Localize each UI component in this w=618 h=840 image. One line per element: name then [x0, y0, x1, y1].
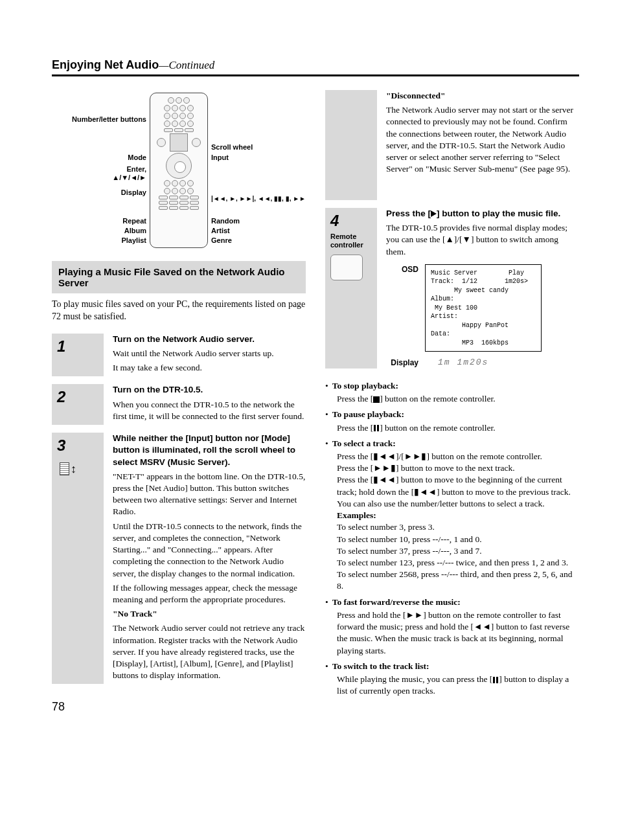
stop-playback-body: Press the [] button on the remote contro…: [325, 393, 579, 405]
prev-track-icon: ▮◄◄: [414, 487, 437, 497]
step-4-sub: Remote controller: [330, 233, 372, 249]
label-mode: Mode: [128, 153, 146, 161]
play-icon: [431, 210, 437, 217]
header-title: Enjoying Net Audio: [52, 58, 159, 71]
next-track-icon: ►►▮: [404, 451, 427, 461]
osd-label: OSD: [386, 264, 418, 275]
step-4: 4 Remote controller Press the [] button …: [325, 204, 579, 372]
pause-icon: [492, 677, 499, 683]
section-title: Playing a Music File Saved on the Networ…: [52, 261, 306, 293]
switch-track-list: • To switch to the track list:: [325, 661, 579, 672]
step-3-body: While neither the [Input] button nor [Mo…: [113, 433, 306, 684]
label-display: Display: [121, 188, 146, 196]
step-3-cont-cell: [325, 90, 377, 200]
select-track-body: Press the [▮◄◄]/[►►▮] button on the remo…: [325, 451, 579, 593]
page-header: Enjoying Net Audio—Continued: [52, 58, 579, 76]
fast-forward-icon: ►►: [406, 610, 423, 620]
step-3-p3: If the following messages appear, check …: [113, 582, 306, 606]
pause-playback: • To pause playback:: [325, 409, 579, 420]
scroll-wheel-icon: ↕: [60, 461, 76, 477]
step-3-cont-body: "Disconnected" The Network Audio server …: [386, 90, 579, 200]
step-1: 1 Turn on the Network Audio server. Wait…: [52, 330, 306, 381]
step-2-body: Turn on the DTR-10.5. When you connect t…: [113, 384, 306, 425]
step-number: 4: [330, 212, 372, 230]
stop-playback: • To stop playback:: [325, 380, 579, 392]
prev-track-icon: ▮◄◄: [373, 475, 396, 484]
step-number: 1: [57, 337, 98, 356]
section-intro: To play music files saved on your PC, th…: [52, 299, 306, 323]
label-input: Input: [211, 153, 229, 161]
label-scroll-wheel: Scroll wheel: [211, 143, 253, 151]
no-track-heading: "No Track": [113, 608, 306, 620]
no-track-body: The Network Audio server could not retri…: [113, 622, 306, 681]
page-number: 78: [52, 700, 65, 714]
up-icon: ▲: [445, 234, 453, 244]
step-3: 3 ↕ While neither the [Input] button nor…: [52, 429, 306, 688]
step-2-num-cell: 2: [52, 384, 104, 425]
left-column: Number/letter buttons Mode Enter, ▲/▼/◄/…: [52, 86, 306, 701]
step-number: 2: [57, 388, 98, 406]
stop-icon: [373, 396, 380, 403]
osd-display-box: Music Server Play Track: 1/12 1m20s> My …: [425, 264, 542, 352]
label-genre: Genre: [211, 236, 232, 244]
label-repeat: Repeat: [122, 217, 146, 225]
rewind-icon: ◄◄: [474, 622, 491, 631]
step-3-num-cell: 3 ↕: [52, 433, 104, 684]
step-4-head: Press the [] button to play the music fi…: [386, 208, 579, 220]
switch-track-list-body: While playing the music, you can press t…: [325, 674, 579, 697]
remote-diagram: Number/letter buttons Mode Enter, ▲/▼/◄/…: [82, 93, 276, 248]
right-column: "Disconnected" The Network Audio server …: [325, 86, 579, 701]
osd-section: OSD Music Server Play Track: 1/12 1m20s>…: [386, 264, 579, 352]
label-arrows: ▲/▼/◄/►: [112, 174, 146, 181]
display-label: Display: [386, 358, 418, 368]
disconnected-body: The Network Audio server may not start o…: [386, 104, 579, 175]
ff-body: Press and hold the [►►] button on the re…: [325, 609, 579, 657]
step-3-p2: Until the DTR-10.5 connects to the netwo…: [113, 521, 306, 580]
step-number: 3: [57, 437, 98, 455]
label-playlist: Playlist: [121, 236, 146, 244]
step-1-text1: Wait until the Network Audio server star…: [113, 348, 306, 359]
select-track: • To select a track:: [325, 438, 579, 449]
next-track-icon: ►►▮: [373, 463, 396, 473]
step-2-head: Turn on the DTR-10.5.: [113, 384, 306, 396]
step-3-head: While neither the [Input] button nor [Mo…: [113, 433, 306, 468]
pause-icon: [373, 425, 380, 431]
step-3-continued: "Disconnected" The Network Audio server …: [325, 86, 579, 204]
display-row: Display 1m 1m20s: [386, 357, 579, 369]
step-1-num-cell: 1: [52, 334, 104, 377]
step-1-head: Turn on the Network Audio server.: [113, 334, 306, 345]
step-2-text: When you connect the DTR-10.5 to the net…: [113, 399, 306, 422]
disconnected-heading: "Disconnected": [386, 90, 579, 102]
playback-controls-list: • To stop playback: Press the [] button …: [325, 380, 579, 697]
step-3-p1: "NET-T" appears in the bottom line. On t…: [113, 471, 306, 518]
remote-body-illustration: [150, 93, 208, 248]
remote-hand-icon: [330, 255, 363, 280]
down-icon: ▼: [463, 234, 471, 244]
label-album: Album: [124, 227, 146, 234]
label-enter: Enter,: [126, 165, 146, 173]
step-4-num-cell: 4 Remote controller: [325, 208, 377, 369]
manual-page: Enjoying Net Audio—Continued: [0, 0, 618, 727]
step-4-text: The DTR-10.5 provides five normal displa…: [386, 222, 579, 258]
label-artist: Artist: [211, 227, 230, 234]
pause-playback-body: Press the [] button on the remote contro…: [325, 422, 579, 434]
step-4-body: Press the [] button to play the music fi…: [386, 208, 579, 369]
label-transport: |◄◄, ►, ►►|, ◄◄, ▮▮, ▮, ►►: [211, 195, 306, 202]
prev-track-icon: ▮◄◄: [373, 451, 396, 461]
label-random: Random: [211, 217, 240, 225]
fast-forward-reverse: • To fast forward/reverse the music:: [325, 596, 579, 608]
step-2: 2 Turn on the DTR-10.5. When you connect…: [52, 380, 306, 429]
step-1-text2: It may take a few second.: [113, 362, 306, 374]
display-value: 1m 1m20s: [438, 357, 488, 369]
header-continued: —Continued: [159, 59, 214, 71]
step-1-body: Turn on the Network Audio server. Wait u…: [113, 334, 306, 377]
label-number-letter: Number/letter buttons: [72, 115, 146, 123]
